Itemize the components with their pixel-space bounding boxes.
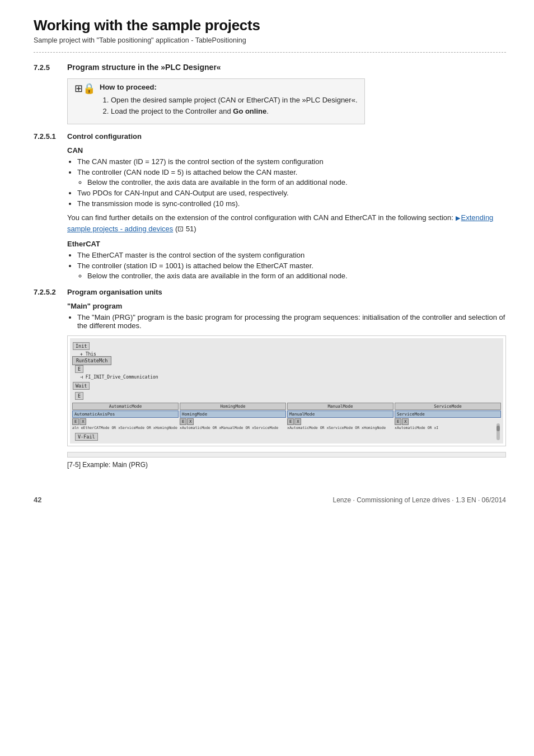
diag-e2-block: E bbox=[74, 391, 501, 400]
can-bullet-3: Two PDOs for CAN-Input and CAN-Output ar… bbox=[77, 189, 506, 197]
footer-text: Lenze · Commissioning of Lenze drives · … bbox=[332, 496, 506, 504]
diag-e2: E bbox=[75, 392, 83, 400]
diag-plus-this: + This bbox=[80, 352, 501, 357]
how-to-step-2: Load the project to the Controller and G… bbox=[111, 107, 358, 115]
can-bullet-1: The CAN master (ID = 127) is the control… bbox=[77, 157, 506, 166]
diag-col-manual: ManualMode ManualMode E X xAutomaticMode… bbox=[287, 403, 394, 430]
diag-service-axis-row: ServiceMode bbox=[395, 410, 501, 418]
section-7252-header: 7.2.5.2 Program organisation units bbox=[34, 288, 506, 296]
diag-e: E bbox=[75, 365, 83, 373]
diag-manual-axis-row: ManualMode bbox=[287, 410, 394, 418]
section-divider bbox=[34, 52, 506, 53]
how-to-step-1: Open the desired sample project (CAN or … bbox=[111, 96, 358, 104]
how-to-box: ⊞🔒 How to proceed: Open the desired samp… bbox=[67, 78, 365, 124]
section-7252-title: Program organisation units bbox=[67, 288, 162, 296]
diag-manual-e: E bbox=[287, 418, 294, 425]
diag-manual-label: xAutomaticMode OR xServiceMode OR xHomin… bbox=[287, 426, 394, 430]
note-paragraph: You can find further details on the exte… bbox=[67, 212, 506, 234]
diag-homing-label: xAutomaticMode OR xManualMode OR xServic… bbox=[180, 426, 286, 430]
diag-init-comm: ⊣ FI_INIT_Drive_Communication bbox=[80, 375, 501, 380]
how-to-label: How to proceed: bbox=[100, 83, 157, 91]
ethercat-bullet-2: The controller (station ID = 1001) is at… bbox=[77, 262, 506, 280]
diag-manual-x: X bbox=[294, 418, 301, 425]
diag-columns: AutomaticMode AutomaticAxisPos E X aln e… bbox=[72, 403, 501, 430]
section-725-title: Program structure in the »PLC Designer« bbox=[67, 63, 221, 72]
can-sub-bullet-1: Below the controller, the axis data are … bbox=[87, 178, 506, 186]
diag-homing-axis-row: HomingMode bbox=[180, 410, 286, 418]
diag-manual-mode-header: ManualMode bbox=[287, 403, 394, 410]
diag-fail-row: V-Fail bbox=[74, 432, 501, 441]
diag-runstate-block: RunStateMch bbox=[72, 356, 111, 365]
page-title: Working with the sample projects bbox=[34, 17, 506, 34]
section-725-content: ⊞🔒 How to proceed: Open the desired samp… bbox=[67, 78, 506, 124]
page-footer: 42 Lenze · Commissioning of Lenze drives… bbox=[34, 491, 506, 504]
how-to-icon: ⊞🔒 bbox=[74, 83, 95, 94]
can-bullet-4: The transmission mode is sync-controlled… bbox=[77, 199, 506, 208]
diag-init-row: Init bbox=[72, 342, 501, 351]
main-program-bullet-1: The "Main (PRG)" program is the basic pr… bbox=[77, 313, 506, 330]
scroll-bar[interactable] bbox=[495, 423, 501, 441]
section-7251-content: CAN The CAN master (ID = 127) is the con… bbox=[67, 146, 506, 280]
diag-homing-e: E bbox=[180, 418, 186, 425]
diag-auto-label: aln eEtherCATMode OR xServiceMode OR xHo… bbox=[72, 426, 179, 430]
diag-service-mode-header: ServiceMode bbox=[395, 403, 501, 410]
ethercat-title: EtherCAT bbox=[67, 240, 506, 248]
ethercat-sub-bullets: Below the controller, the axis data are … bbox=[77, 272, 506, 280]
section-7251-title: Control configuration bbox=[67, 132, 142, 141]
go-online-bold: Go online bbox=[233, 107, 266, 115]
diag-col-homing: HomingMode HomingMode E X xAutomaticMode… bbox=[180, 403, 286, 430]
section-725-num: 7.2.5 bbox=[34, 63, 67, 72]
diag-e-block: E bbox=[74, 365, 501, 374]
diag-col-service: ServiceMode ServiceMode E X xAutomaticMo… bbox=[395, 403, 501, 430]
diag-auto-inputs: E X bbox=[72, 418, 179, 425]
section-725-header: 7.2.5 Program structure in the »PLC Desi… bbox=[34, 63, 506, 72]
diag-wait-row: Wait bbox=[72, 381, 501, 390]
main-program-bullets: The "Main (PRG)" program is the basic pr… bbox=[67, 313, 506, 330]
diag-homing-x: X bbox=[187, 418, 194, 425]
diagram-container: Init + This RunStateMch E ⊣ FI_INIT_Driv… bbox=[67, 335, 506, 446]
main-program-title: "Main" program bbox=[67, 302, 506, 310]
can-title: CAN bbox=[67, 146, 506, 155]
diag-service-inputs: E X bbox=[395, 418, 501, 425]
diag-auto-axis-row: AutomaticAxisPos bbox=[72, 410, 179, 418]
diag-runstate-row: RunStateMch bbox=[72, 358, 501, 363]
section-7251-header: 7.2.5.1 Control configuration bbox=[34, 132, 506, 141]
can-sub-bullets: Below the controller, the axis data are … bbox=[77, 178, 506, 186]
can-bullet-2: The controller (CAN node ID = 5) is atta… bbox=[77, 168, 506, 186]
ethercat-sub-bullet-1: Below the controller, the axis data are … bbox=[87, 272, 506, 280]
diag-wait-block: Wait bbox=[73, 382, 90, 390]
ethercat-bullets: The EtherCAT master is the control secti… bbox=[67, 251, 506, 280]
ethercat-bullet-1: The EtherCAT master is the control secti… bbox=[77, 251, 506, 259]
how-to-steps: Open the desired sample project (CAN or … bbox=[100, 96, 358, 115]
diag-service-x: X bbox=[402, 418, 409, 425]
diag-fail-block: V-Fail bbox=[75, 433, 98, 441]
footer-page-num: 42 bbox=[34, 496, 41, 504]
diag-homing-inputs: E X bbox=[180, 418, 286, 425]
diag-homing-mode-header: HomingMode bbox=[180, 403, 286, 410]
can-bullets: The CAN master (ID = 127) is the control… bbox=[67, 157, 506, 208]
diag-col-automatic: AutomaticMode AutomaticAxisPos E X aln e… bbox=[72, 403, 179, 430]
section-7252-content: "Main" program The "Main (PRG)" program … bbox=[67, 302, 506, 469]
section-7252-num: 7.2.5.2 bbox=[34, 288, 67, 296]
diag-auto-x: X bbox=[79, 418, 86, 425]
diag-service-e: E bbox=[395, 418, 401, 425]
horizontal-scrollbar[interactable] bbox=[67, 452, 506, 458]
diagram-inner: Init + This RunStateMch E ⊣ FI_INIT_Driv… bbox=[70, 338, 503, 444]
svg-rect-1 bbox=[496, 426, 500, 431]
diag-service-label: xAutomaticMode OR xI bbox=[395, 426, 501, 430]
section-7251-num: 7.2.5.1 bbox=[34, 132, 67, 141]
diag-manual-inputs: E X bbox=[287, 418, 394, 425]
page-subtitle: Sample project with "Table positioning" … bbox=[34, 36, 506, 44]
diag-auto-mode-header: AutomaticMode bbox=[72, 403, 179, 410]
diag-auto-e: E bbox=[72, 418, 79, 425]
diagram-caption: [7-5] Example: Main (PRG) bbox=[67, 461, 506, 469]
diag-init-block: Init bbox=[73, 342, 90, 350]
